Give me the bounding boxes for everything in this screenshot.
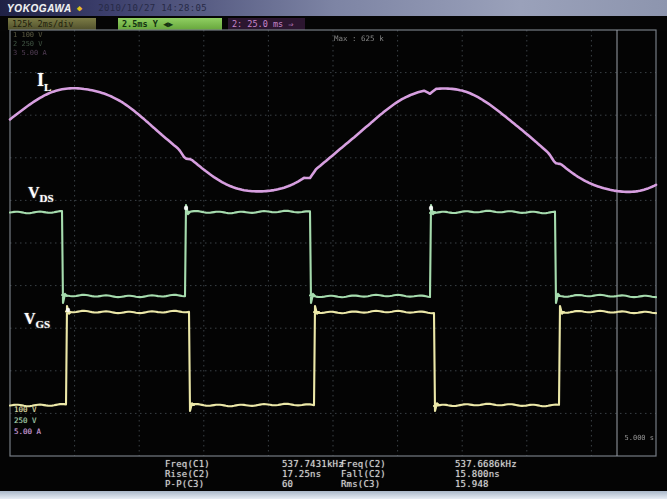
channel-scale: 250 V — [21, 40, 42, 48]
channel-indicators-top: 1 100 V 2 250 V 3 5.00 A — [13, 31, 47, 58]
trace-label-main: I — [37, 70, 44, 90]
trace-label-vgs: VGS — [24, 310, 50, 330]
trace-label-sub: DS — [40, 192, 54, 204]
channel-scale: 5.00 A — [21, 49, 46, 57]
trace-label-main: V — [28, 184, 40, 201]
trace-label-il: IL — [37, 70, 51, 93]
channel-number: 1 — [13, 31, 17, 39]
max-readout: Max : 625 k — [334, 34, 384, 43]
waveform-plot — [0, 0, 667, 499]
ch2-scale: 250 V — [14, 415, 41, 426]
channel-number: 2 — [13, 40, 17, 48]
bottom-right-readout: 5.000 s — [616, 434, 654, 442]
trace-label-sub: GS — [36, 318, 51, 330]
channel-indicator: 3 5.00 A — [13, 49, 47, 58]
trace-label-vds: VDS — [28, 184, 54, 204]
channel-scale: 100 V — [21, 31, 42, 39]
trace-label-sub: L — [44, 81, 51, 93]
ch1-scale: 100 V — [14, 404, 41, 415]
channel-scale-readouts: 100 V 250 V 5.00 A — [14, 404, 41, 437]
channel-indicator: 2 250 V — [13, 40, 47, 49]
trace-label-main: V — [24, 310, 36, 327]
trace-vds — [10, 205, 656, 303]
oscilloscope-screen: YOKOGAWA ◆ 2010/10/27 14:28:05 125k 2ms/… — [0, 0, 667, 499]
channel-indicator: 1 100 V — [13, 31, 47, 40]
channel-number: 3 — [13, 49, 17, 57]
ch3-scale: 5.00 A — [14, 426, 41, 437]
